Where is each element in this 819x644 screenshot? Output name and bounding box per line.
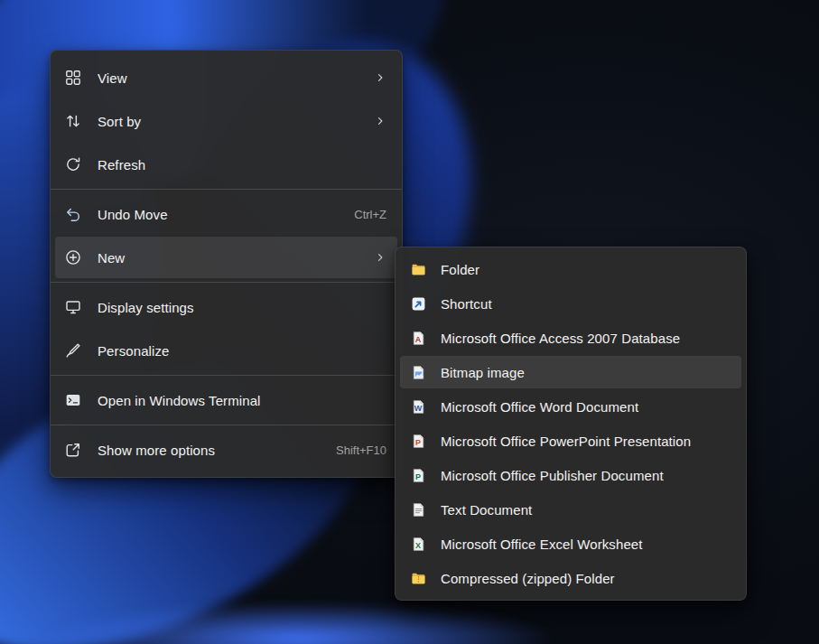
- menu-item-undo-move[interactable]: Undo Move Ctrl+Z: [55, 193, 397, 235]
- submenu-item-text-document[interactable]: Text Document: [400, 493, 741, 526]
- desktop-context-menu: View Sort by Refresh Undo Move Ctrl+Z Ne…: [50, 50, 403, 478]
- sort-icon: [65, 113, 81, 129]
- submenu-item-shortcut[interactable]: Shortcut: [400, 287, 741, 320]
- folder-icon: [411, 262, 426, 277]
- menu-item-show-more-options[interactable]: Show more options Shift+F10: [55, 429, 397, 471]
- submenu-item-label: Text Document: [441, 502, 731, 518]
- powerpoint-file-icon: P: [411, 434, 426, 449]
- view-grid-icon: [65, 70, 81, 86]
- menu-item-label: Personalize: [98, 343, 386, 359]
- excel-file-icon: X: [411, 537, 426, 552]
- svg-text:W: W: [414, 404, 423, 413]
- svg-text:P: P: [415, 472, 421, 481]
- zip-folder-icon: [411, 571, 426, 586]
- svg-text:X: X: [415, 541, 421, 550]
- shortcut-label: Shift+F10: [336, 443, 386, 457]
- menu-item-sort-by[interactable]: Sort by: [55, 100, 397, 142]
- submenu-item-label: Microsoft Office Excel Worksheet: [441, 537, 731, 552]
- menu-separator: [51, 425, 402, 425]
- menu-item-new[interactable]: New: [55, 237, 397, 278]
- menu-item-view[interactable]: View: [55, 57, 397, 98]
- access-file-icon: A: [411, 331, 426, 346]
- submenu-item-word-document[interactable]: W Microsoft Office Word Document: [400, 390, 741, 423]
- shortcut-label: Ctrl+Z: [354, 208, 386, 221]
- menu-item-label: Sort by: [98, 114, 358, 129]
- submenu-item-folder[interactable]: Folder: [400, 253, 741, 285]
- menu-item-open-windows-terminal[interactable]: Open in Windows Terminal: [55, 379, 397, 421]
- submenu-item-compressed-folder[interactable]: Compressed (zipped) Folder: [400, 562, 741, 594]
- menu-item-personalize[interactable]: Personalize: [55, 330, 397, 371]
- svg-text:P: P: [415, 438, 421, 447]
- new-submenu: Folder Shortcut A Microsoft Office Acces…: [395, 247, 747, 601]
- submenu-item-label: Microsoft Office Publisher Document: [441, 468, 731, 483]
- word-file-icon: W: [411, 399, 426, 415]
- menu-separator: [51, 375, 402, 376]
- submenu-item-powerpoint-presentation[interactable]: P Microsoft Office PowerPoint Presentati…: [400, 425, 741, 457]
- svg-text:A: A: [415, 335, 422, 344]
- menu-item-label: Refresh: [98, 157, 386, 173]
- bitmap-file-icon: [411, 365, 426, 380]
- chevron-right-icon: [374, 251, 386, 264]
- submenu-item-excel-worksheet[interactable]: X Microsoft Office Excel Worksheet: [400, 527, 741, 560]
- chevron-right-icon: [374, 71, 386, 84]
- menu-item-label: Open in Windows Terminal: [98, 393, 386, 408]
- submenu-item-access-database[interactable]: A Microsoft Office Access 2007 Database: [400, 322, 741, 354]
- menu-item-label: Undo Move: [98, 207, 327, 222]
- wallpaper-bottom-glow: [45, 602, 551, 644]
- menu-separator: [51, 282, 402, 283]
- submenu-item-label: Microsoft Office PowerPoint Presentation: [441, 434, 731, 449]
- submenu-item-bitmap-image[interactable]: Bitmap image: [400, 356, 741, 388]
- personalize-brush-icon: [65, 342, 81, 359]
- submenu-item-label: Folder: [441, 262, 731, 277]
- menu-item-display-settings[interactable]: Display settings: [55, 286, 397, 328]
- terminal-icon: [65, 392, 81, 408]
- menu-item-label: View: [98, 70, 358, 86]
- shortcut-icon: [411, 296, 426, 312]
- chevron-right-icon: [374, 115, 386, 127]
- submenu-item-label: Microsoft Office Access 2007 Database: [441, 331, 731, 346]
- undo-icon: [65, 206, 81, 222]
- submenu-item-label: Compressed (zipped) Folder: [441, 571, 731, 586]
- display-settings-icon: [65, 299, 81, 315]
- show-more-options-icon: [65, 442, 81, 458]
- refresh-icon: [65, 156, 81, 173]
- submenu-item-label: Shortcut: [441, 296, 731, 312]
- publisher-file-icon: P: [411, 468, 426, 483]
- menu-item-label: New: [98, 250, 358, 266]
- menu-item-refresh[interactable]: Refresh: [55, 144, 397, 185]
- menu-separator: [51, 189, 402, 190]
- submenu-item-label: Microsoft Office Word Document: [441, 399, 731, 415]
- new-plus-icon: [65, 249, 81, 266]
- submenu-item-publisher-document[interactable]: P Microsoft Office Publisher Document: [400, 459, 741, 491]
- submenu-item-label: Bitmap image: [441, 365, 731, 380]
- menu-item-label: Display settings: [98, 300, 386, 315]
- text-file-icon: [411, 502, 426, 518]
- menu-item-label: Show more options: [98, 443, 309, 458]
